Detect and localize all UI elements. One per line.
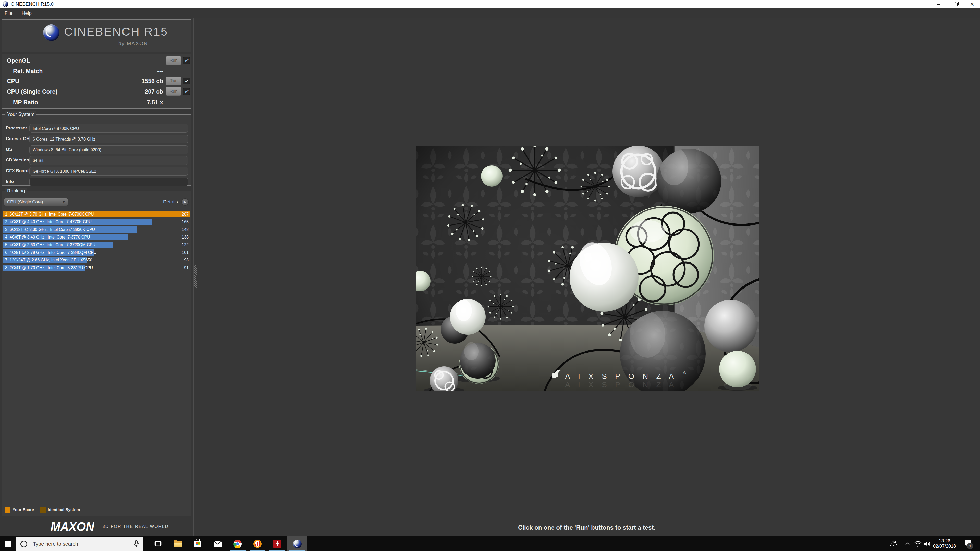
opengl-checkbox[interactable]: ✔ xyxy=(183,57,190,64)
ranking-filter-value: CPU (Single Core) xyxy=(7,200,43,204)
your-system-legend: Your System xyxy=(5,111,36,117)
cores-ghz-field[interactable]: 6 Cores, 12 Threads @ 3.70 GHz xyxy=(29,135,188,143)
chrome-button[interactable] xyxy=(228,537,248,551)
lightning-app-icon xyxy=(273,540,282,548)
refmatch-value: --- xyxy=(157,68,163,75)
taskbar: Type here to search xyxy=(0,537,980,551)
rank-row-6[interactable]: 6. 4C/8T @ 2.79 GHz, Intel Core i7-3840Q… xyxy=(3,249,189,256)
ranking-color-legend: Your Score Identical System xyxy=(5,507,84,513)
app-logo-subtitle: by MAXON xyxy=(118,41,148,46)
your-score-label: Your Score xyxy=(13,508,34,512)
rank-row-1[interactable]: 1. 6C/12T @ 3.70 GHz, Intel Core i7-8700… xyxy=(3,211,189,218)
status-message: Click on one of the 'Run' buttons to sta… xyxy=(194,524,980,531)
monitoring-app-button[interactable] xyxy=(248,537,267,551)
cinema4d-logo-icon xyxy=(43,24,59,41)
info-label: Info xyxy=(6,179,14,184)
chrome-icon xyxy=(233,540,242,548)
clock-time: 13:26 xyxy=(929,538,960,544)
gfx-board-field[interactable]: GeForce GTX 1080 Ti/PCIe/SSE2 xyxy=(29,167,188,176)
opengl-label: OpenGL xyxy=(7,57,30,64)
task-view-icon xyxy=(154,540,162,548)
score-row-opengl: OpenGL --- Run ✔ xyxy=(2,57,191,65)
info-field[interactable] xyxy=(29,178,188,186)
your-system-panel: Your System ProcessorIntel Core i7-8700K… xyxy=(2,114,191,186)
window-title: CINEBENCH R15.0 xyxy=(11,1,54,7)
details-label: Details xyxy=(163,199,178,205)
rank-row-5[interactable]: 5. 4C/8T @ 2.60 GHz, Intel Core i7-3720Q… xyxy=(3,241,189,248)
cinebench-taskbar-button[interactable] xyxy=(287,537,307,551)
cinebench-app-icon xyxy=(3,1,8,7)
details-button[interactable]: ▶ xyxy=(181,198,189,206)
cpu-run-button[interactable]: Run xyxy=(165,76,181,85)
app-logo-title: CINEBENCH R15 xyxy=(64,25,168,38)
show-desktop-button[interactable] xyxy=(978,538,978,549)
scores-panel: OpenGL --- Run ✔ Ref. Match --- CPU 1556… xyxy=(2,54,191,109)
ranking-filter-dropdown[interactable]: CPU (Single Core) ▼ xyxy=(4,198,68,206)
mail-button[interactable] xyxy=(208,537,228,551)
score-row-mp-ratio: MP Ratio 7.51 x xyxy=(2,98,191,106)
score-row-cpu-single: CPU (Single Core) 207 cb Run ✔ xyxy=(2,87,191,96)
rank-row-7[interactable]: 7. 12C/24T @ 2.66 GHz, Intel Xeon CPU X5… xyxy=(3,257,189,263)
identical-system-label: Identical System xyxy=(48,508,80,512)
lightning-app-button[interactable] xyxy=(267,537,287,551)
ranking-separator xyxy=(3,210,189,210)
rank-row-2[interactable]: 2. 4C/8T @ 4.40 GHz, Intel Core i7-4770K… xyxy=(3,219,189,225)
taskbar-search-box[interactable]: Type here to search xyxy=(16,537,143,551)
rank-row-4[interactable]: 4. 4C/8T @ 3.40 GHz, Intel Core i7-3770 … xyxy=(3,234,189,240)
people-button[interactable] xyxy=(888,537,899,551)
task-view-button[interactable] xyxy=(148,537,168,551)
svg-text:A I X S P O N Z A: A I X S P O N Z A xyxy=(565,380,677,389)
tray-expand-button[interactable] xyxy=(902,537,913,551)
notification-badge: 1 xyxy=(967,543,974,549)
cpu-checkbox[interactable]: ✔ xyxy=(183,78,190,84)
maxon-divider xyxy=(98,519,98,534)
svg-text:A I X S P O N Z A: A I X S P O N Z A xyxy=(565,372,677,380)
gfx-board-label: GFX Board xyxy=(6,168,29,173)
identical-system-swatch xyxy=(40,507,46,513)
processor-field[interactable]: Intel Core i7-8700K CPU xyxy=(29,124,188,133)
search-placeholder: Type here to search xyxy=(33,541,134,547)
title-bar: CINEBENCH R15.0 ✕ xyxy=(0,0,980,8)
panel-splitter-grip[interactable] xyxy=(194,265,197,288)
taskbar-clock[interactable]: 13:26 02/07/2018 xyxy=(929,537,960,551)
processor-label: Processor xyxy=(6,125,27,130)
ranking-legend: Ranking xyxy=(5,188,27,194)
os-field[interactable]: Windows 8, 64 Bit, Core (build 9200) xyxy=(29,145,188,154)
start-button[interactable] xyxy=(0,537,16,551)
restore-icon xyxy=(954,3,958,6)
score-row-cpu: CPU 1556 cb Run ✔ xyxy=(2,77,191,85)
monitoring-app-icon xyxy=(253,540,262,548)
your-score-swatch xyxy=(5,507,11,513)
close-icon: ✕ xyxy=(970,2,974,7)
microsoft-store-button[interactable] xyxy=(188,537,208,551)
menu-file[interactable]: File xyxy=(0,8,17,18)
cpu-single-checkbox[interactable]: ✔ xyxy=(183,88,190,95)
mail-icon xyxy=(213,541,222,547)
cpu-single-run-button[interactable]: Run xyxy=(165,87,181,96)
menu-bar: File Help xyxy=(0,8,980,18)
chevron-up-icon xyxy=(905,542,910,546)
cortana-icon xyxy=(21,540,27,548)
menu-help[interactable]: Help xyxy=(17,8,36,18)
chevron-down-icon: ▼ xyxy=(62,198,65,206)
rank-row-3[interactable]: 3. 6C/12T @ 3.30 GHz, Intel Core i7-3930… xyxy=(3,226,189,233)
close-button[interactable]: ✕ xyxy=(966,0,978,8)
ranking-bottom-separator xyxy=(3,505,189,505)
cb-version-label: CB Version xyxy=(6,158,29,163)
cpu-label: CPU xyxy=(7,78,19,85)
cpu-value: 1556 cb xyxy=(142,78,163,85)
action-center-button[interactable]: 1 xyxy=(961,537,974,551)
cpu-single-value: 207 cb xyxy=(145,88,163,95)
opengl-value: --- xyxy=(157,57,163,64)
restore-button[interactable] xyxy=(950,0,962,8)
file-explorer-icon xyxy=(174,541,182,547)
opengl-run-button[interactable]: Run xyxy=(165,56,181,65)
rank-row-8[interactable]: 8. 2C/4T @ 1.70 GHz, Intel Core i5-3317U… xyxy=(3,265,189,271)
cb-version-field[interactable]: 64 Bit xyxy=(29,156,188,165)
svg-text:®: ® xyxy=(683,371,686,375)
minimize-button[interactable] xyxy=(932,0,944,8)
clock-date: 02/07/2018 xyxy=(929,544,960,549)
file-explorer-button[interactable] xyxy=(168,537,188,551)
aixsponza-watermark: A I X S P O N Z A ® A I X S P O N Z A xyxy=(552,370,686,389)
microphone-icon[interactable] xyxy=(134,540,139,548)
